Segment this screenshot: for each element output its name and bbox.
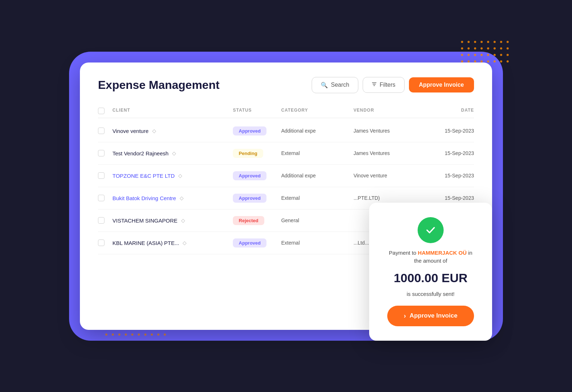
row-checkbox-0[interactable] [98, 128, 112, 134]
category-cell-5: External [281, 240, 354, 246]
table-header-row: CLIENT STATUS CATEGORY VENDOR DATE [98, 104, 474, 118]
vendor-cell-2: Vinove venture [354, 173, 426, 178]
client-name-1: Test Vendor2 Rajneesh [112, 150, 168, 156]
client-name-2: TOPZONE E&C PTE LTD [112, 173, 175, 179]
vendor-cell-3: ...PTE.LTD) [354, 195, 426, 201]
status-badge-5: Approved [233, 238, 266, 247]
approve-invoice-button-header[interactable]: Approve Invoice [409, 77, 474, 92]
category-cell-2: Additional expe [281, 173, 354, 178]
row-checkbox-2[interactable] [98, 172, 112, 179]
row-checkbox-1[interactable] [98, 150, 112, 156]
payment-description: Payment to HAMMERJACK OÜ in the amount o… [387, 249, 474, 265]
status-badge-3: Approved [233, 194, 266, 203]
status-cell-5: Approved [233, 238, 281, 247]
table-row: Test Vendor2 Rajneesh ◇ Pending External… [98, 142, 474, 165]
client-cell-2: TOPZONE E&C PTE LTD ◇ [112, 173, 233, 179]
col-header-date: DATE [426, 108, 474, 114]
date-cell-1: 15-Sep-2023 [426, 150, 474, 156]
select-all-checkbox[interactable] [98, 108, 112, 114]
status-badge-0: Approved [233, 126, 266, 135]
status-cell-3: Approved [233, 194, 281, 203]
search-icon: 🔍 [321, 82, 328, 89]
category-cell-0: Additional expe [281, 128, 354, 134]
header-actions: 🔍 Search Filters Approve Invoice [312, 77, 474, 93]
success-text: is successfully sent! [407, 291, 455, 297]
diamond-icon-1: ◇ [172, 150, 176, 156]
diamond-icon-0: ◇ [152, 128, 156, 134]
category-cell-4: General [281, 217, 354, 223]
dot-grid-top-right [461, 41, 510, 64]
diamond-icon-4: ◇ [181, 217, 185, 223]
diamond-icon-2: ◇ [178, 173, 182, 178]
page-header: Expense Management 🔍 Search Filters [98, 77, 474, 93]
payment-amount: 1000.00 EUR [394, 271, 468, 285]
col-header-vendor: VENDOR [354, 108, 426, 114]
row-checkbox-3[interactable] [98, 195, 112, 201]
client-name-5: KBL MARINE (ASIA) PTE... [112, 240, 179, 246]
date-cell-0: 15-Sep-2023 [426, 128, 474, 134]
vendor-cell-1: James Ventures [354, 150, 426, 156]
date-cell-3: 15-Sep-2023 [426, 195, 474, 201]
filter-icon [372, 82, 377, 88]
search-label: Search [331, 82, 349, 88]
row-checkbox-4[interactable] [98, 217, 112, 224]
row-checkbox-5[interactable] [98, 240, 112, 246]
status-cell-0: Approved [233, 126, 281, 135]
status-cell-2: Approved [233, 171, 281, 180]
client-cell-5: KBL MARINE (ASIA) PTE... ◇ [112, 240, 233, 246]
client-cell-0: Vinove venture ◇ [112, 128, 233, 134]
filters-button[interactable]: Filters [363, 77, 405, 93]
category-cell-3: External [281, 195, 354, 201]
search-button[interactable]: 🔍 Search [312, 77, 358, 93]
status-cell-1: Pending [233, 149, 281, 158]
col-header-status: STATUS [233, 108, 281, 114]
client-name-0: Vinove venture [112, 128, 149, 134]
approve-invoice-modal-label: Approve Invoice [410, 312, 457, 319]
diamond-icon-3: ◇ [180, 195, 184, 201]
col-header-client: CLIENT [112, 108, 233, 114]
client-name-3: Bukit Batok Driving Centre [112, 195, 176, 201]
col-header-category: CATEGORY [281, 108, 354, 114]
arrow-icon: › [404, 312, 406, 320]
table-row: TOPZONE E&C PTE LTD ◇ Approved Additiona… [98, 165, 474, 187]
approve-invoice-button-modal[interactable]: › Approve Invoice [387, 306, 474, 326]
table-row: Vinove venture ◇ Approved Additional exp… [98, 120, 474, 142]
status-badge-4: Rejected [233, 216, 264, 225]
status-badge-1: Pending [233, 149, 263, 158]
vendor-cell-0: James Ventures [354, 128, 426, 134]
client-cell-4: VISTACHEM SINGAPORE ◇ [112, 217, 233, 224]
client-cell-3: Bukit Batok Driving Centre ◇ [112, 195, 233, 201]
client-cell-1: Test Vendor2 Rajneesh ◇ [112, 150, 233, 156]
payment-prefix: Payment to [389, 250, 417, 256]
success-icon [418, 217, 444, 243]
payment-success-modal: Payment to HAMMERJACK OÜ in the amount o… [369, 203, 492, 341]
status-cell-4: Rejected [233, 216, 281, 225]
diamond-icon-5: ◇ [183, 240, 187, 246]
vendor-name: HAMMERJACK OÜ [418, 250, 467, 256]
modal-container: Payment to HAMMERJACK OÜ in the amount o… [369, 203, 492, 341]
status-badge-2: Approved [233, 171, 266, 180]
date-cell-2: 15-Sep-2023 [426, 173, 474, 178]
category-cell-1: External [281, 150, 354, 156]
client-name-4: VISTACHEM SINGAPORE [112, 217, 178, 224]
filters-label: Filters [380, 82, 396, 88]
page-title: Expense Management [98, 78, 219, 92]
